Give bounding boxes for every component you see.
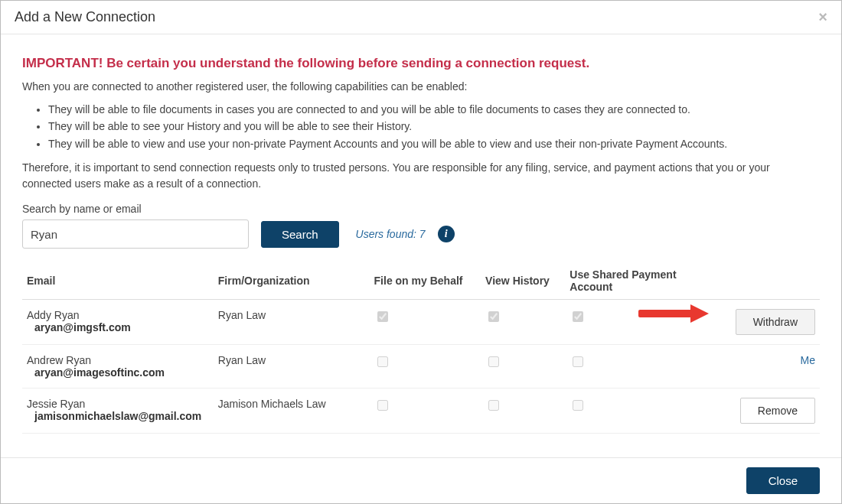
search-label: Search by name or email: [22, 203, 820, 215]
warning-heading: IMPORTANT! Be certain you understand the…: [22, 56, 820, 71]
search-input[interactable]: [22, 219, 249, 249]
users-found-label: Users found: 7: [356, 228, 426, 240]
file-on-behalf-checkbox: [377, 400, 388, 411]
shared-payment-checkbox: [573, 400, 583, 411]
warning-bullet: They will be able to file documents in c…: [48, 101, 820, 118]
search-row: Search Users found: 7 i: [22, 219, 820, 249]
warning-bullets: They will be able to file documents in c…: [22, 101, 820, 152]
col-header-shared: Use Shared Payment Account: [565, 262, 724, 300]
modal-title: Add a New Connection: [15, 9, 155, 25]
file-on-behalf-checkbox: [377, 356, 388, 367]
shared-payment-checkbox: [573, 356, 583, 367]
col-header-firm: Firm/Organization: [214, 262, 370, 300]
user-email: jamisonmichaelslaw@gmail.com: [27, 410, 209, 422]
user-firm: Ryan Law: [214, 345, 370, 389]
col-header-history: View History: [481, 262, 565, 300]
modal-footer: Close: [1, 457, 841, 503]
view-history-checkbox: [488, 400, 499, 411]
view-history-checkbox: [488, 311, 499, 322]
col-header-action: [724, 262, 820, 300]
warning-outro: Therefore, it is important to send conne…: [22, 160, 820, 192]
user-email: aryan@imgsft.com: [27, 321, 209, 333]
user-name: Addy Ryan: [27, 309, 209, 321]
warning-bullet: They will be able to view and use your n…: [48, 135, 820, 152]
user-email: aryan@imagesoftinc.com: [27, 366, 209, 379]
warning-bullet: They will be able to see your History an…: [48, 118, 820, 135]
modal-header: Add a New Connection ×: [1, 1, 841, 34]
modal-body: IMPORTANT! Be certain you understand the…: [1, 34, 841, 457]
table-row: Addy Ryanaryan@imgsft.comRyan LawWithdra…: [22, 300, 820, 345]
view-history-checkbox: [488, 356, 499, 367]
user-firm: Jamison Michaels Law: [214, 389, 370, 434]
close-button[interactable]: Close: [746, 467, 820, 494]
table-row: Andrew Ryanaryan@imagesoftinc.comRyan La…: [22, 345, 820, 389]
user-firm: Ryan Law: [214, 300, 370, 345]
shared-payment-checkbox: [573, 311, 583, 322]
close-icon[interactable]: ×: [818, 8, 827, 26]
user-name: Jessie Ryan: [27, 398, 209, 410]
user-name: Andrew Ryan: [27, 354, 209, 366]
info-icon[interactable]: i: [438, 226, 455, 242]
search-button[interactable]: Search: [261, 221, 339, 248]
col-header-file: File on my Behalf: [370, 262, 481, 300]
withdraw-button[interactable]: Withdraw: [736, 309, 815, 335]
file-on-behalf-checkbox: [377, 311, 388, 322]
me-label: Me: [801, 354, 815, 366]
add-connection-modal: Add a New Connection × IMPORTANT! Be cer…: [0, 0, 842, 504]
results-table: Email Firm/Organization File on my Behal…: [22, 262, 820, 434]
warning-intro: When you are connected to another regist…: [22, 79, 820, 95]
table-row: Jessie Ryanjamisonmichaelslaw@gmail.comJ…: [22, 389, 820, 434]
col-header-email: Email: [22, 262, 214, 300]
remove-button[interactable]: Remove: [740, 398, 815, 424]
callout-arrow-icon: [638, 306, 710, 321]
